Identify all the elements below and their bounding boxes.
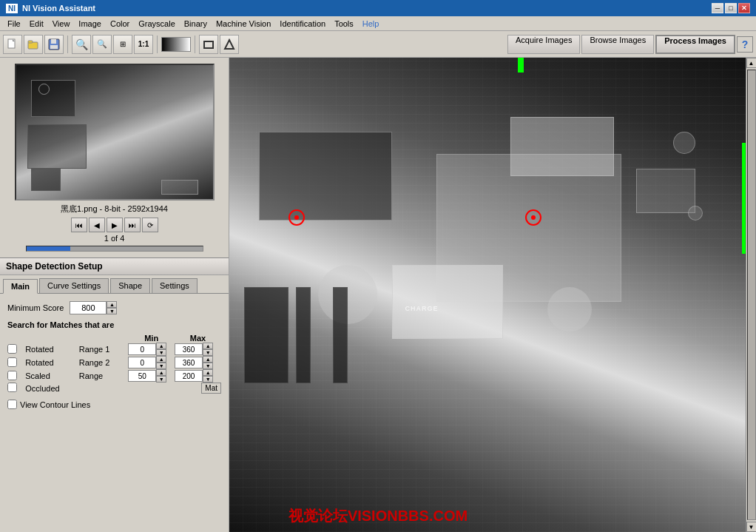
scaled-max-up[interactable]: ▲ bbox=[203, 369, 213, 376]
toolbar-shape[interactable] bbox=[220, 35, 239, 54]
nav-first-button[interactable]: ⏮ bbox=[71, 218, 87, 232]
menu-file[interactable]: File bbox=[3, 18, 25, 30]
menu-color[interactable]: Color bbox=[106, 18, 134, 30]
right-area: CHARGE 2592x1944 0.22X 47 (595,1745) bbox=[229, 58, 756, 532]
nav-next-button[interactable]: ▶ bbox=[107, 218, 123, 232]
setup-panel: Shape Detection Setup Main Curve Setting… bbox=[0, 257, 229, 532]
toolbar-rect[interactable] bbox=[199, 35, 218, 54]
rotated1-min[interactable] bbox=[128, 343, 156, 355]
rotated2-max-down[interactable]: ▼ bbox=[203, 363, 213, 369]
menu-image[interactable]: Image bbox=[74, 18, 106, 30]
toolbar-sep-2 bbox=[157, 36, 158, 53]
toolbar-open[interactable] bbox=[24, 35, 43, 54]
toolbar-zoom-actual[interactable]: 1:1 bbox=[134, 35, 153, 54]
spin-down[interactable]: ▼ bbox=[107, 308, 117, 314]
vertical-scrollbar: ▲ ▼ bbox=[746, 58, 756, 532]
green-indicator-line bbox=[742, 143, 746, 254]
minimize-button[interactable]: ─ bbox=[712, 3, 723, 13]
rotated2-check[interactable] bbox=[7, 357, 17, 367]
view-contour-check[interactable] bbox=[7, 400, 17, 409]
menu-binary[interactable]: Binary bbox=[180, 18, 212, 30]
scaled-min-up[interactable]: ▲ bbox=[156, 369, 166, 376]
acquire-images-button[interactable]: Acquire Images bbox=[507, 35, 580, 54]
rotated1-max[interactable] bbox=[175, 343, 203, 355]
main-toolbar: 🔍 🔍 ⊞ 1:1 Acquire Images Browse Images P… bbox=[0, 31, 756, 58]
col-max-header: Max bbox=[175, 334, 221, 343]
nav-loop-button[interactable]: ⟳ bbox=[142, 218, 158, 232]
close-button[interactable]: ✕ bbox=[738, 3, 750, 13]
rotated1-check[interactable] bbox=[7, 344, 17, 354]
minimum-score-row: Minimum Score ▲ ▼ bbox=[7, 301, 221, 314]
col-type bbox=[25, 334, 79, 343]
toolbar-zoom-fit[interactable]: ⊞ bbox=[113, 35, 132, 54]
toolbar-sep-3 bbox=[195, 36, 195, 53]
menu-edit[interactable]: Edit bbox=[25, 18, 48, 30]
scaled-max[interactable] bbox=[175, 370, 203, 382]
setup-title: Shape Detection Setup bbox=[0, 258, 229, 275]
green-marker-top bbox=[518, 58, 524, 73]
rotated2-max[interactable] bbox=[175, 357, 203, 368]
menu-identification[interactable]: Identification bbox=[275, 18, 330, 30]
process-images-button[interactable]: Process Images bbox=[655, 35, 735, 54]
app-title: NI Vision Assistant bbox=[22, 4, 95, 13]
mat-button[interactable]: Mat bbox=[201, 383, 221, 394]
minimum-score-field[interactable] bbox=[70, 301, 107, 314]
rotated1-range-label: Range 1 bbox=[79, 343, 129, 356]
rotated2-min[interactable] bbox=[128, 357, 156, 368]
restore-button[interactable]: □ bbox=[725, 3, 737, 13]
vscroll-up-button[interactable]: ▲ bbox=[746, 58, 757, 68]
menu-bar: File Edit View Image Color Grayscale Bin… bbox=[0, 16, 756, 31]
title-bar-controls: ─ □ ✕ bbox=[712, 3, 750, 13]
menu-grayscale[interactable]: Grayscale bbox=[134, 18, 180, 30]
rotated1-min-down[interactable]: ▼ bbox=[156, 349, 166, 356]
rotated2-max-up[interactable]: ▲ bbox=[203, 356, 213, 363]
browse-images-button[interactable]: Browse Images bbox=[581, 35, 654, 54]
col-min-header: Min bbox=[128, 334, 175, 343]
help-button[interactable]: ? bbox=[737, 36, 753, 53]
scaled-max-down[interactable]: ▼ bbox=[203, 376, 213, 383]
nav-last-button[interactable]: ⏭ bbox=[124, 218, 141, 232]
view-contour-row: View Contour Lines bbox=[7, 400, 221, 409]
app-icon: NI bbox=[6, 4, 18, 13]
title-bar-left: NI NI Vision Assistant bbox=[6, 4, 95, 13]
rotated1-max-down[interactable]: ▼ bbox=[203, 349, 213, 356]
main-image-area: CHARGE 2592x1944 0.22X 47 (595,1745) bbox=[229, 58, 746, 532]
main-area: 黑底1.png - 8-bit - 2592x1944 ⏮ ◀ ▶ ⏭ ⟳ 1 … bbox=[0, 58, 756, 532]
minimum-score-spinner: ▲ ▼ bbox=[107, 301, 117, 314]
tab-main[interactable]: Main bbox=[3, 279, 38, 294]
vscroll-track[interactable] bbox=[747, 70, 756, 520]
rotated2-min-up[interactable]: ▲ bbox=[156, 356, 166, 363]
toolbar-zoom-out[interactable]: 🔍 bbox=[92, 35, 112, 54]
detection-marker-2 bbox=[525, 209, 541, 226]
rotated2-min-down[interactable]: ▼ bbox=[156, 363, 166, 369]
view-contour-label: View Contour Lines bbox=[20, 400, 90, 409]
menu-machine-vision[interactable]: Machine Vision bbox=[212, 18, 275, 30]
scaled-check[interactable] bbox=[7, 371, 17, 380]
vscroll-down-button[interactable]: ▼ bbox=[746, 522, 757, 532]
preview-canvas bbox=[16, 65, 213, 199]
spin-up[interactable]: ▲ bbox=[107, 301, 117, 308]
rotated1-max-up[interactable]: ▲ bbox=[203, 343, 213, 349]
toolbar-new[interactable] bbox=[3, 35, 22, 54]
menu-view[interactable]: View bbox=[48, 18, 75, 30]
tab-shape[interactable]: Shape bbox=[110, 278, 150, 293]
svg-marker-8 bbox=[225, 40, 234, 49]
rotated1-min-up[interactable]: ▲ bbox=[156, 343, 166, 349]
tab-settings[interactable]: Settings bbox=[152, 278, 198, 293]
toolbar-save[interactable] bbox=[44, 35, 64, 54]
minimum-score-input: ▲ ▼ bbox=[70, 301, 117, 314]
scaled-min-down[interactable]: ▼ bbox=[156, 376, 166, 383]
image-with-scroll: CHARGE 2592x1944 0.22X 47 (595,1745) bbox=[229, 58, 746, 532]
menu-help[interactable]: Help bbox=[358, 18, 384, 30]
table-row: Rotated Range 1 ▲▼ ▲▼ bbox=[7, 343, 221, 356]
scaled-min[interactable] bbox=[128, 370, 156, 382]
occluded-check[interactable] bbox=[7, 383, 17, 392]
table-row: Occluded Mat bbox=[7, 383, 221, 394]
menu-tools[interactable]: Tools bbox=[330, 18, 358, 30]
scaled-label: Scaled bbox=[25, 369, 79, 383]
toolbar-zoom-in[interactable]: 🔍 bbox=[72, 35, 91, 54]
rotated2-label: Rotated bbox=[25, 356, 79, 369]
nav-prev-button[interactable]: ◀ bbox=[89, 218, 105, 232]
left-panel: 黑底1.png - 8-bit - 2592x1944 ⏮ ◀ ▶ ⏭ ⟳ 1 … bbox=[0, 58, 229, 532]
tab-curve-settings[interactable]: Curve Settings bbox=[39, 278, 109, 293]
